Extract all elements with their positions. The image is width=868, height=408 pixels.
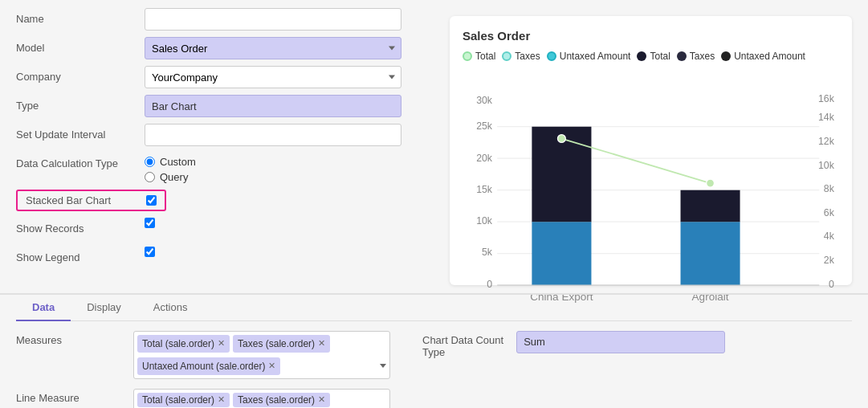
name-label: Name <box>16 8 145 25</box>
show-records-row: Show Records <box>16 218 434 240</box>
count-type-value: Sum <box>516 331 725 353</box>
data-calc-radio-group: Custom Query <box>145 153 434 183</box>
company-control: YourCompany <box>145 66 434 88</box>
svg-text:0: 0 <box>487 279 492 290</box>
chart-legend: Total Taxes Untaxed Amount Total Taxes <box>463 51 839 62</box>
update-interval-row: Set Update Interval <box>16 124 434 146</box>
radio-query[interactable]: Query <box>145 171 434 183</box>
svg-text:4k: 4k <box>824 231 835 242</box>
chart-title: Sales Order <box>463 29 839 43</box>
tag-lm-taxes-label: Taxes (sale.order) <box>238 394 315 406</box>
dot-agrolait <box>707 179 715 187</box>
stacked-bar-chart-row: Stacked Bar Chart <box>16 190 166 211</box>
svg-text:6k: 6k <box>824 207 835 218</box>
legend-dot-taxes-open <box>502 51 511 61</box>
tag-lm-total: Total (sale.order) ✕ <box>137 393 230 407</box>
tag-lm-total-close[interactable]: ✕ <box>218 394 225 405</box>
tab-display[interactable]: Display <box>71 295 137 321</box>
show-records-control <box>145 218 434 228</box>
legend-dot-total-filled <box>637 51 646 61</box>
svg-text:16k: 16k <box>818 93 835 104</box>
name-control <box>145 8 434 31</box>
update-interval-input[interactable] <box>145 124 401 146</box>
radio-query-label: Query <box>160 171 188 183</box>
legend-dot-untaxed-filled <box>721 51 731 61</box>
model-label: Model <box>16 37 145 54</box>
bar-china-teal <box>532 222 591 285</box>
tag-untaxed-close[interactable]: ✕ <box>268 361 275 371</box>
legend-dot-taxes-filled <box>677 51 687 61</box>
second-row-tags: Untaxed Amount (sale.order) ✕ <box>137 357 386 375</box>
model-select[interactable]: Sales Order <box>145 37 401 59</box>
tab-actions[interactable]: Actions <box>137 295 204 321</box>
tag-untaxed-label: Untaxed Amount (sale.order) <box>142 361 265 372</box>
name-row: Name <box>16 8 434 31</box>
legend-dot-total-open <box>463 51 472 61</box>
measures-tags-input[interactable]: Total (sale.order) ✕ Taxes (sale.order) … <box>133 331 390 379</box>
legend-untaxed-filled: Untaxed Amount <box>721 51 805 62</box>
top-section: Name Model Sales Order <box>0 0 868 293</box>
radio-query-input[interactable] <box>145 172 155 182</box>
type-badge: Bar Chart <box>145 95 401 117</box>
radio-custom-input[interactable] <box>145 157 155 167</box>
bottom-section: Data Display Actions Measures Total (sal… <box>0 293 868 408</box>
bar-agrolait-teal <box>681 222 740 285</box>
tag-lm-taxes-close[interactable]: ✕ <box>318 394 325 405</box>
count-type-label: Chart Data Count Type <box>422 331 503 358</box>
model-control: Sales Order <box>145 37 434 59</box>
line-measure-row: Line Measure Total (sale.order) ✕ Taxes … <box>16 389 852 408</box>
tag-taxes-close[interactable]: ✕ <box>318 338 325 349</box>
svg-text:15k: 15k <box>476 184 493 195</box>
company-label: Company <box>16 66 145 83</box>
chart-section: Sales Order Total Taxes Untaxed Amount <box>450 16 852 285</box>
tag-total-label: Total (sale.order) <box>142 338 214 349</box>
model-select-wrapper: Sales Order <box>145 37 401 59</box>
legend-dot-untaxed-open <box>547 51 556 61</box>
company-select-wrapper: YourCompany <box>145 66 401 88</box>
tab-data[interactable]: Data <box>16 295 71 321</box>
svg-text:2k: 2k <box>824 255 835 266</box>
name-input[interactable] <box>145 8 401 31</box>
legend-total-open: Total <box>463 51 495 62</box>
show-legend-label: Show Legend <box>16 247 145 263</box>
legend-label-total-open: Total <box>475 51 495 62</box>
tag-lm-taxes: Taxes (sale.order) ✕ <box>233 393 330 407</box>
svg-text:10k: 10k <box>818 160 835 171</box>
tag-untaxed: Untaxed Amount (sale.order) ✕ <box>137 357 280 375</box>
show-legend-row: Show Legend <box>16 247 434 269</box>
show-records-checkbox[interactable] <box>145 218 155 228</box>
data-calc-label: Data Calculation Type <box>16 153 145 169</box>
chart-svg: 0 5k 10k 15k 20k 25k 30k 0 2k 4k 6k 8k 1… <box>463 71 839 315</box>
measures-dropdown-arrow[interactable] <box>380 364 386 368</box>
stacked-bar-chart-checkbox[interactable] <box>146 195 157 206</box>
count-type-label-line1: Chart Data Count <box>422 334 503 346</box>
legend-label-total-filled: Total <box>650 51 670 62</box>
legend-taxes-filled: Taxes <box>677 51 715 62</box>
dot-china <box>557 135 565 143</box>
company-select[interactable]: YourCompany <box>145 66 401 88</box>
tag-taxes-label: Taxes (sale.order) <box>238 338 315 349</box>
update-interval-label: Set Update Interval <box>16 124 145 141</box>
legend-total-filled: Total <box>637 51 670 62</box>
tag-total: Total (sale.order) ✕ <box>137 335 230 353</box>
count-type-label-line2: Type <box>422 346 445 358</box>
main-container: Name Model Sales Order <box>0 0 868 408</box>
line-measure-label: Line Measure <box>16 389 120 404</box>
tag-taxes: Taxes (sale.order) ✕ <box>233 335 330 353</box>
tag-lm-total-label: Total (sale.order) <box>142 394 214 406</box>
measures-label: Measures <box>16 331 120 346</box>
svg-text:25k: 25k <box>476 120 493 132</box>
tab-content: Measures Total (sale.order) ✕ Taxes (sal… <box>16 321 852 389</box>
radio-custom-label: Custom <box>160 156 196 168</box>
svg-text:14k: 14k <box>818 112 835 123</box>
data-calc-control: Custom Query <box>145 153 434 183</box>
line-measure-tags[interactable]: Total (sale.order) ✕ Taxes (sale.order) … <box>133 389 390 408</box>
update-interval-control <box>145 124 434 146</box>
type-row: Type Bar Chart <box>16 95 434 117</box>
tag-total-close[interactable]: ✕ <box>218 338 225 349</box>
tabs: Data Display Actions <box>16 295 852 321</box>
svg-text:20k: 20k <box>476 153 493 164</box>
form-section: Name Model Sales Order <box>16 8 434 285</box>
radio-custom[interactable]: Custom <box>145 156 434 168</box>
show-legend-checkbox[interactable] <box>145 247 155 257</box>
